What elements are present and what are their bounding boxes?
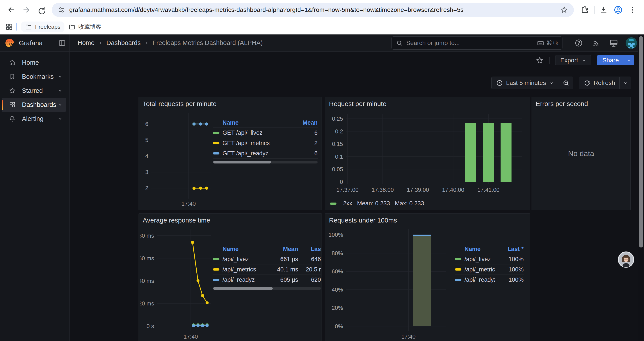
legend-row: /api/_metrics40.1 ms20.5 r bbox=[213, 264, 321, 275]
profile-icon[interactable] bbox=[612, 4, 624, 16]
breadcrumb: Home Dashboards Freeleaps Metrics Dashbo… bbox=[70, 39, 263, 47]
svg-text:17:39:00: 17:39:00 bbox=[407, 187, 429, 193]
chevron-down-icon[interactable] bbox=[57, 102, 63, 108]
svg-text:0.15: 0.15 bbox=[332, 141, 343, 147]
time-picker-group: Last 5 minutes bbox=[492, 77, 573, 89]
chevron-down-icon[interactable] bbox=[57, 88, 63, 94]
back-icon[interactable] bbox=[6, 4, 17, 16]
assistant-avatar-widget[interactable] bbox=[618, 251, 634, 268]
chevron-down-icon bbox=[581, 58, 586, 63]
legend-series-name[interactable]: GET /api/_livez bbox=[213, 129, 298, 136]
favorite-star-icon[interactable] bbox=[536, 56, 544, 64]
forward-icon[interactable] bbox=[20, 4, 32, 16]
home-icon bbox=[9, 59, 16, 66]
svg-text:20%: 20% bbox=[332, 304, 343, 311]
legend-series-name[interactable]: GET /api/_metrics bbox=[213, 140, 298, 147]
under-100ms-chart[interactable]: 100%80%60%40%20%0%17:40 bbox=[327, 227, 450, 341]
series-color-pill bbox=[455, 268, 462, 270]
legend-series-name[interactable]: /api/_readyz bbox=[455, 276, 495, 283]
legend-series-name[interactable]: GET /api/_readyz bbox=[213, 150, 298, 157]
request-per-minute-chart[interactable]: 0.250.20.150.10.05017:37:0017:38:0017:39… bbox=[328, 111, 528, 194]
sidebar-item-home[interactable]: Home bbox=[2, 56, 66, 70]
panel-title[interactable]: Total requests per minute bbox=[143, 100, 216, 108]
legend-value: 100% bbox=[495, 266, 524, 273]
svg-text:60%: 60% bbox=[332, 268, 343, 275]
avg-response-chart[interactable]: 80 ms60 ms40 ms20 ms0 s17:40 bbox=[140, 227, 213, 341]
legend-horizontal-scrollbar[interactable] bbox=[213, 161, 318, 163]
chevron-down-icon bbox=[623, 80, 628, 86]
legend-header[interactable]: Mean bbox=[298, 119, 318, 126]
browser-toolbar: grafana.mathmast.com/d/deytv4rwavabkb/fr… bbox=[0, 0, 644, 20]
grafana-logo-icon[interactable] bbox=[5, 38, 14, 48]
legend-table: NameMeanLas/api/_livez661 µs646/api/_met… bbox=[213, 244, 321, 290]
panel-under-100ms: Requests under 100ms 100%80%60%40%20%0%1… bbox=[325, 213, 530, 341]
bookmarks-separator bbox=[16, 23, 17, 31]
legend-series-name[interactable]: /api/_livez bbox=[455, 256, 495, 263]
time-range-picker[interactable]: Last 5 minutes bbox=[492, 77, 559, 89]
legend-value: 620 bbox=[298, 276, 321, 283]
help-icon[interactable] bbox=[572, 37, 585, 50]
legend-series-name[interactable]: /api/_metrics bbox=[213, 266, 265, 273]
site-settings-icon[interactable] bbox=[58, 6, 65, 14]
legend-header[interactable]: Mean bbox=[265, 246, 298, 253]
dock-sidebar-icon[interactable] bbox=[58, 39, 66, 47]
scrollbar-thumb[interactable] bbox=[213, 287, 273, 290]
total-requests-chart[interactable]: 6543217:40 bbox=[140, 110, 213, 208]
browser-menu-icon[interactable] bbox=[627, 4, 638, 16]
svg-text:0 s: 0 s bbox=[146, 323, 154, 329]
url-text[interactable]: grafana.mathmast.com/d/deytv4rwavabkb/fr… bbox=[69, 6, 560, 14]
downloads-icon[interactable] bbox=[598, 4, 609, 16]
sidebar-item-dashboards[interactable]: Dashboards bbox=[2, 98, 66, 112]
apps-grid-icon[interactable] bbox=[5, 23, 13, 31]
reload-icon[interactable] bbox=[36, 4, 47, 16]
bookmark-folder-freeleaps[interactable]: Freeleaps bbox=[21, 22, 64, 32]
panel-title[interactable]: Request per minute bbox=[329, 100, 386, 108]
series-name[interactable]: 2xx bbox=[343, 200, 352, 207]
user-avatar[interactable] bbox=[625, 37, 638, 50]
svg-text:5: 5 bbox=[145, 137, 148, 143]
sidebar-item-starred[interactable]: Starred bbox=[2, 84, 66, 98]
legend-header[interactable]: Name bbox=[455, 246, 495, 253]
clock-icon bbox=[496, 80, 503, 87]
sidebar-item-alerting[interactable]: Alerting bbox=[2, 112, 66, 126]
bookmark-folder-blogs[interactable]: 收藏博客 bbox=[64, 21, 105, 33]
legend-series-name[interactable]: /api/_metrics bbox=[455, 266, 495, 273]
share-button[interactable]: Share bbox=[597, 55, 624, 65]
search-input[interactable]: Search or jump to... ⌘+k bbox=[392, 37, 562, 50]
extensions-icon[interactable] bbox=[579, 4, 590, 16]
panel-title[interactable]: Average response time bbox=[143, 217, 210, 224]
scrollbar-thumb[interactable] bbox=[213, 161, 271, 163]
panel-title[interactable]: Requests under 100ms bbox=[329, 217, 397, 224]
chevron-down-icon bbox=[627, 58, 632, 63]
legend-header[interactable]: Name bbox=[213, 246, 265, 253]
chevron-down-icon[interactable] bbox=[57, 74, 63, 80]
scrollbar-thumb[interactable] bbox=[639, 36, 643, 247]
series-color-pill bbox=[213, 142, 220, 144]
legend-header[interactable]: Las bbox=[298, 246, 321, 253]
breadcrumb-current: Freeleaps Metrics Dashboard (ALPHA) bbox=[152, 39, 263, 47]
bookmark-star-icon[interactable] bbox=[560, 6, 568, 14]
chevron-down-icon[interactable] bbox=[57, 116, 63, 122]
refresh-interval-button[interactable] bbox=[620, 77, 631, 89]
legend-header-row: NameMean bbox=[213, 118, 318, 128]
legend-header[interactable]: Name bbox=[213, 119, 298, 126]
legend-horizontal-scrollbar[interactable] bbox=[213, 287, 321, 290]
toolbar-separator bbox=[594, 6, 595, 14]
legend-header[interactable]: Last * bbox=[495, 246, 524, 253]
legend-row: GET /api/_livez6 bbox=[213, 128, 318, 138]
news-rss-icon[interactable] bbox=[590, 37, 603, 50]
legend-series-name[interactable]: /api/_livez bbox=[213, 256, 265, 263]
breadcrumb-home[interactable]: Home bbox=[78, 39, 94, 47]
breadcrumb-dashboards[interactable]: Dashboards bbox=[106, 39, 140, 47]
zoom-out-button[interactable] bbox=[559, 77, 573, 89]
brand-name: Grafana bbox=[19, 39, 58, 47]
refresh-button[interactable]: Refresh bbox=[579, 77, 620, 89]
export-button[interactable]: Export bbox=[555, 55, 592, 65]
share-menu-button[interactable] bbox=[624, 55, 634, 65]
legend-value: 100% bbox=[495, 276, 524, 283]
url-bar[interactable]: grafana.mathmast.com/d/deytv4rwavabkb/fr… bbox=[52, 3, 574, 17]
legend-row: /api/_readyz605 µs620 bbox=[213, 275, 321, 285]
sidebar-item-bookmarks[interactable]: Bookmarks bbox=[2, 70, 66, 84]
monitor-icon[interactable] bbox=[607, 37, 620, 50]
legend-series-name[interactable]: /api/_readyz bbox=[213, 276, 265, 283]
